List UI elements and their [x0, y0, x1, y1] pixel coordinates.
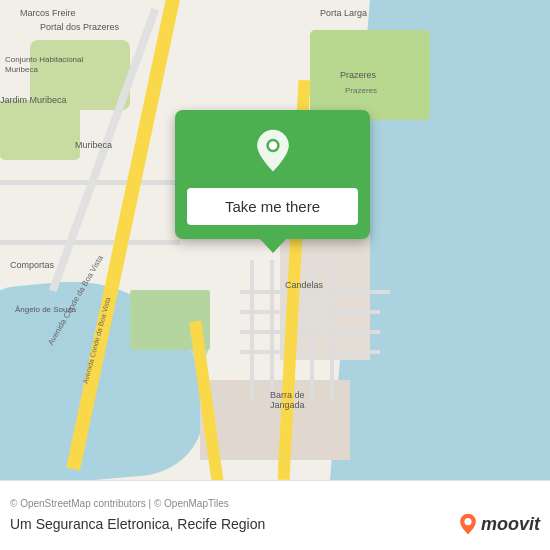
label-porta-larga: Porta Larga: [320, 8, 367, 18]
road-v1: [250, 260, 254, 400]
label-comportas: Comportas: [10, 260, 54, 270]
moovit-pin-icon: [457, 513, 479, 535]
road-h1: [0, 180, 200, 185]
take-me-there-button[interactable]: Take me there: [187, 188, 358, 225]
moovit-text: moovit: [481, 514, 540, 535]
bottom-bar: © OpenStreetMap contributors | © OpenMap…: [0, 480, 550, 550]
map-container[interactable]: Avenida Conde da Boa Vista Marcos Freire…: [0, 0, 550, 480]
road-v5: [330, 260, 334, 400]
popup-icon-area: [175, 110, 370, 188]
svg-point-2: [464, 518, 471, 525]
label-conjunto: Conjunto HabitacionalMuribeca: [5, 55, 83, 76]
place-info-line: Um Seguranca Eletronica, Recife Region m…: [0, 511, 550, 537]
moovit-logo: moovit: [457, 513, 540, 535]
popup-card: Take me there: [175, 110, 370, 239]
label-muribeca: Muribeca: [75, 140, 112, 150]
place-name: Um Seguranca Eletronica, Recife Region: [10, 516, 265, 532]
label-jardim-muribeca: Jardim Muribeca: [0, 95, 67, 105]
location-pin-icon: [248, 128, 298, 178]
label-portal-dos-prazeres: Portal dos Prazeres: [40, 22, 119, 32]
svg-point-1: [268, 141, 276, 149]
label-barra-jangada: Barra deJangada: [270, 390, 305, 410]
attribution-text: © OpenStreetMap contributors | © OpenMap…: [0, 494, 550, 511]
label-marcos-freire: Marcos Freire: [20, 8, 76, 18]
label-prazeres: Prazeres: [340, 70, 376, 80]
label-candelas: Candelas: [285, 280, 323, 290]
map-green-4: [0, 100, 80, 160]
road-h4: [240, 290, 390, 294]
road-v2: [270, 260, 274, 400]
label-angelo: Ângelo de Souza: [15, 305, 76, 314]
road-h3: [0, 240, 180, 245]
label-prazeres-2: Prazeres: [345, 86, 377, 95]
